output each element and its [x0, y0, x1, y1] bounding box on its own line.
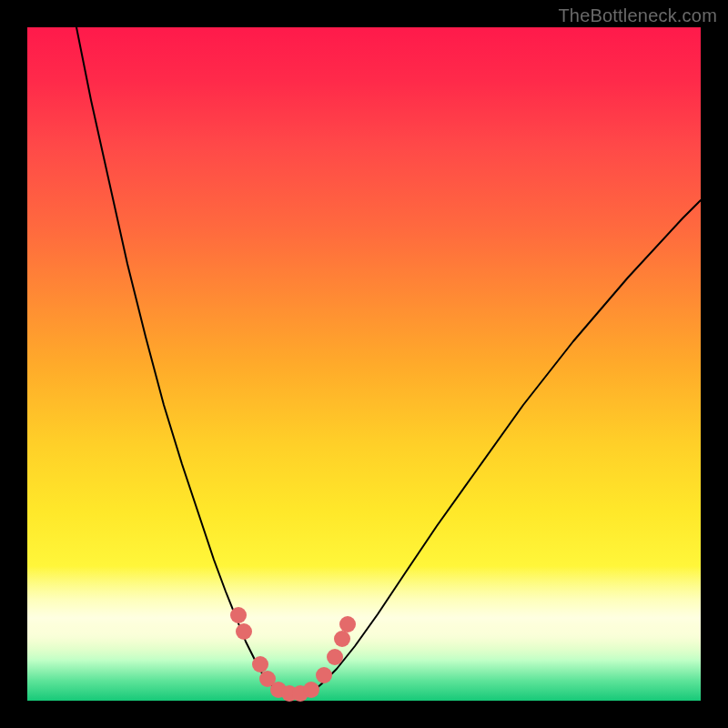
curve-group [76, 27, 701, 693]
plot-area [27, 27, 701, 701]
marker-group [230, 607, 356, 702]
curve-left-branch [76, 27, 275, 688]
curve-svg [27, 27, 701, 701]
data-marker [236, 623, 252, 640]
data-marker [327, 649, 343, 665]
data-marker [230, 607, 247, 623]
chart-frame: TheBottleneck.com [0, 0, 728, 728]
data-marker [334, 631, 350, 647]
data-marker [339, 616, 356, 632]
data-marker [303, 682, 319, 698]
curve-right-branch [315, 200, 701, 690]
data-marker [252, 656, 268, 672]
watermark-text: TheBottleneck.com [558, 5, 717, 26]
data-marker [316, 667, 332, 683]
